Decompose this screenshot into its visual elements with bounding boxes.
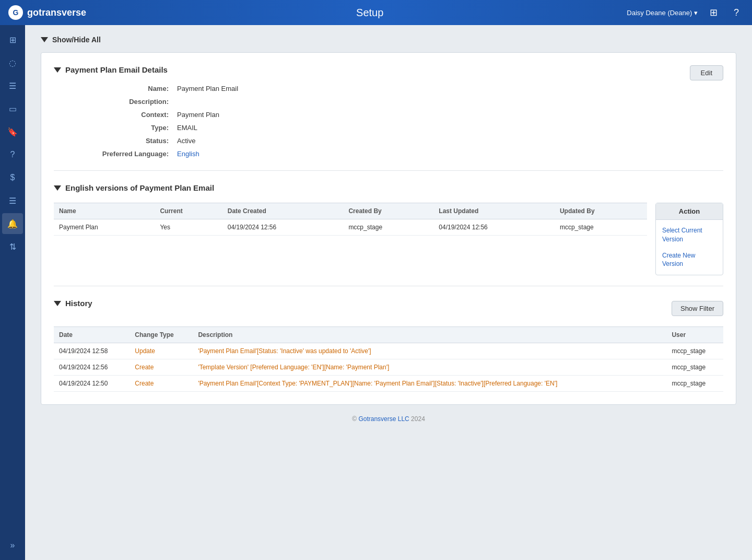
col-header-name: Name (54, 203, 155, 219)
footer-company-link[interactable]: Gotransverse LLC (358, 415, 409, 423)
history-user-3: mccp_stage (666, 376, 723, 392)
row-name: Payment Plan (54, 219, 155, 236)
history-table: Date Change Type Description User 04/19/… (54, 326, 723, 392)
table-row: 04/19/2024 12:50 Create 'Payment Plan Em… (54, 376, 723, 392)
history-section-header: History Show Filter (54, 299, 723, 318)
help-circle-icon[interactable]: ? (729, 5, 744, 20)
top-nav: G gotransverse Setup Daisy Deane (Deane)… (0, 0, 752, 25)
history-col-user: User (666, 327, 723, 343)
history-section: History Show Filter Date Change Type Des… (54, 299, 723, 392)
divider-2 (54, 286, 723, 286)
user-name[interactable]: Daisy Deane (Deane) ▾ (627, 9, 698, 17)
context-value: Payment Plan (177, 111, 723, 119)
sidebar-item-clock[interactable]: ◌ (2, 52, 23, 73)
col-header-updated-by: Updated By (555, 203, 647, 219)
action-panel-header: Action (656, 203, 723, 220)
history-col-change-type: Change Type (130, 327, 193, 343)
history-change-type-1[interactable]: Update (130, 343, 193, 359)
type-label: Type: (54, 124, 169, 132)
context-label: Context: (54, 111, 169, 119)
collapse-icon (41, 37, 48, 42)
show-hide-all-toggle[interactable]: Show/Hide All (41, 36, 736, 44)
layout: ⊞ ◌ ☰ ▭ 🔖 ? $ ☰ 🔔 ⇅ » Show/Hide All Paym… (0, 25, 752, 560)
sidebar-item-help[interactable]: ? (2, 144, 23, 165)
footer: © Gotransverse LLC 2024 (41, 405, 736, 433)
history-title-row[interactable]: History (54, 299, 92, 308)
name-label: Name: (54, 85, 169, 92)
status-value: Active (177, 137, 723, 145)
history-section-title: History (65, 299, 92, 308)
versions-collapse-icon (54, 185, 61, 191)
logo[interactable]: G gotransverse (8, 5, 113, 20)
row-created-by: mccp_stage (343, 219, 433, 236)
history-header-row: Date Change Type Description User (54, 327, 723, 343)
row-updated-by: mccp_stage (555, 219, 647, 236)
sidebar-item-dollar[interactable]: $ (2, 167, 23, 188)
sidebar-item-lines[interactable]: ☰ (2, 190, 23, 211)
payment-plan-section-title: Payment Plan Email Details (65, 65, 168, 74)
main-card: Payment Plan Email Details Edit Name: Pa… (41, 52, 736, 405)
sidebar-item-list[interactable]: ☰ (2, 75, 23, 96)
show-hide-all-label: Show/Hide All (52, 36, 101, 44)
action-panel: Action Select Current Version Create New… (655, 203, 723, 275)
versions-table-header-row: Name Current Date Created Created By Las… (54, 203, 647, 219)
table-row: 04/19/2024 12:58 Update 'Payment Plan Em… (54, 343, 723, 359)
versions-table-wrapper: Name Current Date Created Created By Las… (54, 203, 647, 275)
history-date-2: 04/19/2024 12:56 (54, 359, 130, 376)
history-col-description: Description (193, 327, 666, 343)
sidebar-item-badge[interactable]: 🔖 (2, 121, 23, 142)
sidebar-item-grid[interactable]: ⊞ (2, 29, 23, 50)
name-value: Payment Plan Email (177, 85, 723, 92)
sidebar-item-share[interactable]: ⇅ (2, 236, 23, 257)
history-user-1: mccp_stage (666, 343, 723, 359)
logo-text: gotransverse (27, 7, 86, 18)
history-change-type-3[interactable]: Create (130, 376, 193, 392)
status-label: Status: (54, 137, 169, 145)
versions-section-title: English versions of Payment Plan Email (65, 183, 214, 192)
history-description-2: 'Template Version' [Preferred Language: … (193, 359, 666, 376)
show-filter-button[interactable]: Show Filter (672, 301, 723, 316)
description-label: Description: (54, 98, 169, 106)
page-title: Setup (113, 7, 627, 19)
row-last-updated: 04/19/2024 12:56 (433, 219, 555, 236)
edit-button[interactable]: Edit (690, 65, 723, 80)
preferred-language-value[interactable]: English (177, 150, 723, 158)
table-row: 04/19/2024 12:56 Create 'Template Versio… (54, 359, 723, 376)
versions-section-header[interactable]: English versions of Payment Plan Email (54, 183, 723, 192)
section-collapse-icon (54, 67, 61, 73)
description-value (177, 98, 723, 106)
col-header-current: Current (155, 203, 222, 219)
history-user-2: mccp_stage (666, 359, 723, 376)
history-date-1: 04/19/2024 12:58 (54, 343, 130, 359)
row-date-created: 04/19/2024 12:56 (222, 219, 344, 236)
select-current-version-link[interactable]: Select Current Version (662, 224, 716, 246)
history-col-date: Date (54, 327, 130, 343)
history-description-1: 'Payment Plan Email'[Status: 'Inactive' … (193, 343, 666, 359)
sidebar-item-bell[interactable]: 🔔 (2, 213, 23, 234)
details-grid: Name: Payment Plan Email Description: Co… (54, 85, 723, 158)
col-header-last-updated: Last Updated (433, 203, 555, 219)
footer-copyright: © (352, 415, 358, 423)
apps-grid-icon[interactable]: ⊞ (706, 5, 721, 20)
col-header-created-by: Created By (343, 203, 433, 219)
sidebar-item-expand[interactable]: » (2, 535, 23, 556)
history-description-3: 'Payment Plan Email'[Context Type: 'PAYM… (193, 376, 666, 392)
type-value: EMAIL (177, 124, 723, 132)
col-header-date-created: Date Created (222, 203, 344, 219)
versions-content: Name Current Date Created Created By Las… (54, 203, 723, 275)
create-new-version-link[interactable]: Create New Version (662, 249, 716, 271)
main-content: Show/Hide All Payment Plan Email Details… (25, 25, 752, 560)
history-change-type-2[interactable]: Create (130, 359, 193, 376)
table-row: Payment Plan Yes 04/19/2024 12:56 mccp_s… (54, 219, 647, 236)
payment-plan-section-header[interactable]: Payment Plan Email Details (54, 65, 168, 74)
history-collapse-icon (54, 301, 61, 306)
footer-year: 2024 (411, 415, 425, 423)
row-current: Yes (155, 219, 222, 236)
payment-plan-details-section: Payment Plan Email Details Edit Name: Pa… (54, 65, 723, 158)
sidebar-item-card[interactable]: ▭ (2, 98, 23, 119)
action-panel-body: Select Current Version Create New Versio… (656, 220, 723, 275)
sidebar: ⊞ ◌ ☰ ▭ 🔖 ? $ ☰ 🔔 ⇅ » (0, 25, 25, 560)
versions-section: English versions of Payment Plan Email N… (54, 183, 723, 275)
user-area: Daisy Deane (Deane) ▾ ⊞ ? (627, 5, 744, 20)
history-date-3: 04/19/2024 12:50 (54, 376, 130, 392)
